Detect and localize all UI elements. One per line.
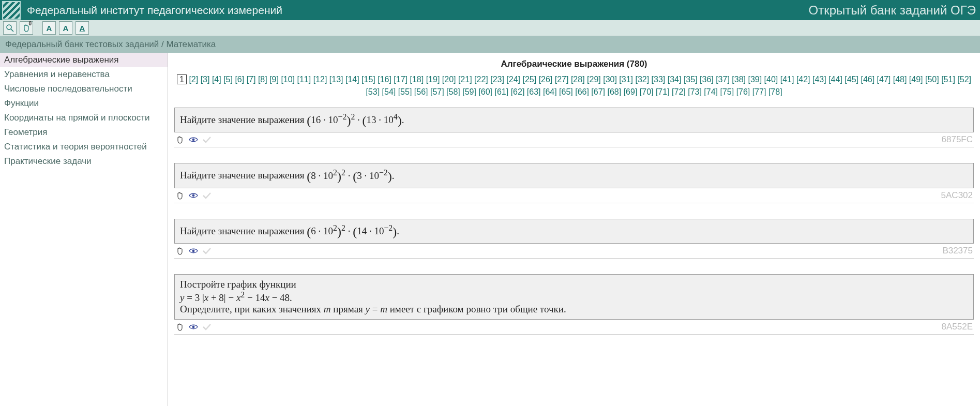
page-link[interactable]: [55]: [398, 87, 412, 96]
page-link[interactable]: [72]: [672, 87, 686, 96]
page-link[interactable]: [2]: [189, 75, 198, 84]
sidebar-item[interactable]: Уравнения и неравенства: [0, 67, 168, 82]
page-link[interactable]: [49]: [909, 75, 923, 84]
page-link[interactable]: [71]: [656, 87, 670, 96]
page-link[interactable]: [74]: [704, 87, 718, 96]
page-link[interactable]: [48]: [893, 75, 907, 84]
page-link[interactable]: [56]: [414, 87, 428, 96]
page-link[interactable]: [76]: [736, 87, 750, 96]
page-link[interactable]: [26]: [539, 75, 553, 84]
page-link[interactable]: [44]: [828, 75, 842, 84]
page-link[interactable]: [62]: [511, 87, 525, 96]
page-link[interactable]: [12]: [313, 75, 327, 84]
page-link[interactable]: [29]: [587, 75, 601, 84]
page-link[interactable]: [24]: [506, 75, 520, 84]
page-link[interactable]: [20]: [442, 75, 456, 84]
page-link[interactable]: [7]: [247, 75, 256, 84]
view-task-button[interactable]: [189, 135, 198, 144]
page-link[interactable]: [34]: [668, 75, 682, 84]
page-link[interactable]: [36]: [700, 75, 714, 84]
page-link[interactable]: [53]: [366, 87, 380, 96]
page-link[interactable]: [40]: [764, 75, 778, 84]
page-link[interactable]: [27]: [555, 75, 569, 84]
select-task-button[interactable]: [175, 322, 185, 332]
page-link[interactable]: [17]: [394, 75, 408, 84]
page-link[interactable]: [42]: [796, 75, 810, 84]
page-link[interactable]: [41]: [780, 75, 794, 84]
select-task-button[interactable]: [175, 246, 185, 255]
page-link[interactable]: [54]: [382, 87, 396, 96]
search-button[interactable]: [3, 21, 17, 35]
page-link[interactable]: [64]: [543, 87, 557, 96]
page-link[interactable]: [3]: [201, 75, 210, 84]
page-link[interactable]: [14]: [345, 75, 359, 84]
font-size-large-button[interactable]: A: [76, 21, 89, 35]
page-link[interactable]: [65]: [559, 87, 573, 96]
view-task-button[interactable]: [189, 322, 198, 332]
page-link[interactable]: [77]: [752, 87, 766, 96]
view-task-button[interactable]: [189, 246, 198, 255]
page-link[interactable]: [38]: [732, 75, 746, 84]
sidebar-item[interactable]: Статистика и теория вероятностей: [0, 140, 168, 154]
sidebar-item[interactable]: Геометрия: [0, 125, 168, 140]
page-link[interactable]: [59]: [462, 87, 476, 96]
page-link[interactable]: [75]: [720, 87, 734, 96]
page-link[interactable]: [73]: [688, 87, 702, 96]
page-link[interactable]: [67]: [591, 87, 605, 96]
page-link[interactable]: [21]: [458, 75, 472, 84]
sidebar-item[interactable]: Алгебраические выражения: [0, 53, 168, 67]
mark-task-button[interactable]: [202, 191, 212, 200]
page-link[interactable]: [35]: [684, 75, 698, 84]
mark-task-button[interactable]: [202, 322, 212, 332]
page-link[interactable]: [6]: [235, 75, 244, 84]
page-link[interactable]: [18]: [410, 75, 424, 84]
page-link[interactable]: [10]: [281, 75, 295, 84]
sidebar-item[interactable]: Координаты на прямой и плоскости: [0, 111, 168, 125]
page-link[interactable]: [52]: [957, 75, 971, 84]
page-link[interactable]: [28]: [571, 75, 585, 84]
page-link[interactable]: [63]: [527, 87, 541, 96]
page-link[interactable]: [8]: [258, 75, 267, 84]
page-link[interactable]: [47]: [877, 75, 891, 84]
page-link[interactable]: [19]: [426, 75, 440, 84]
page-link[interactable]: [5]: [223, 75, 233, 84]
page-link[interactable]: [45]: [845, 75, 858, 84]
page-link[interactable]: [60]: [478, 87, 492, 96]
page-link[interactable]: [11]: [297, 75, 311, 84]
sidebar-item[interactable]: Числовые последовательности: [0, 82, 168, 96]
page-link[interactable]: [39]: [748, 75, 762, 84]
page-link[interactable]: [31]: [619, 75, 633, 84]
page-link[interactable]: [69]: [624, 87, 638, 96]
page-link[interactable]: [37]: [716, 75, 730, 84]
page-link[interactable]: [61]: [495, 87, 509, 96]
select-task-button[interactable]: [175, 135, 185, 144]
page-link[interactable]: [51]: [941, 75, 955, 84]
page-link[interactable]: [13]: [329, 75, 343, 84]
page-link[interactable]: [50]: [925, 75, 939, 84]
page-link[interactable]: [66]: [575, 87, 589, 96]
page-link[interactable]: [46]: [861, 75, 875, 84]
page-link[interactable]: [32]: [635, 75, 649, 84]
page-link[interactable]: [57]: [430, 87, 444, 96]
sidebar-item[interactable]: Функции: [0, 96, 168, 111]
page-link[interactable]: [78]: [768, 87, 782, 96]
mark-task-button[interactable]: [202, 246, 212, 255]
select-task-button[interactable]: [175, 191, 185, 200]
page-link[interactable]: [15]: [361, 75, 375, 84]
page-link[interactable]: [25]: [522, 75, 536, 84]
page-link[interactable]: [23]: [490, 75, 504, 84]
selection-button[interactable]: 0: [20, 21, 33, 35]
page-link[interactable]: [33]: [652, 75, 666, 84]
sidebar-item[interactable]: Практические задачи: [0, 154, 168, 169]
page-link[interactable]: [16]: [378, 75, 391, 84]
page-link[interactable]: [30]: [603, 75, 617, 84]
font-size-medium-button[interactable]: A: [59, 21, 72, 35]
page-link[interactable]: [70]: [640, 87, 654, 96]
mark-task-button[interactable]: [202, 135, 212, 144]
page-link[interactable]: [68]: [608, 87, 622, 96]
view-task-button[interactable]: [189, 191, 198, 200]
page-link[interactable]: [22]: [474, 75, 488, 84]
font-size-small-button[interactable]: A: [42, 21, 56, 35]
page-link[interactable]: [4]: [212, 75, 221, 84]
page-link[interactable]: [43]: [812, 75, 826, 84]
